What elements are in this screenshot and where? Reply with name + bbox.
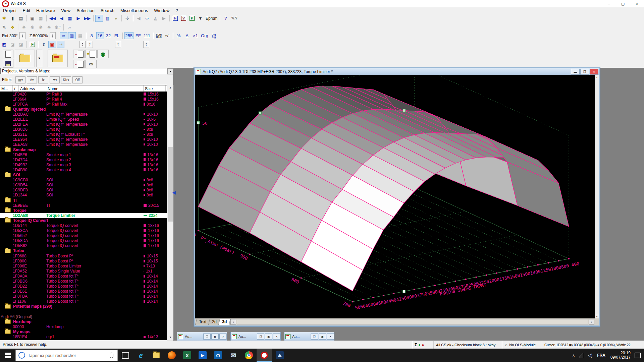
horizontal-scrollbar[interactable] (237, 319, 588, 325)
mini-maximize-button[interactable]: ▣ (319, 334, 326, 340)
mini-close-button[interactable]: ✕ (327, 334, 334, 340)
folder-row[interactable]: Torque (0, 208, 167, 213)
spinner[interactable]: ▲▼ (79, 41, 86, 48)
nav-next-button[interactable]: ▶ (74, 15, 82, 22)
map-row[interactable]: 1D30D6Limit IQ8x8 (0, 127, 167, 132)
map-row[interactable]: 1F0BD6Turbo Boost fct T°10x14 (0, 279, 167, 284)
search-upload-button[interactable]: ◭ (152, 15, 159, 22)
fit-window-button[interactable]: ▣ (48, 41, 56, 48)
folder-row[interactable]: Smoke map (0, 147, 167, 152)
org-org-mode-button[interactable]: OrgOrg (210, 32, 218, 39)
map-vertical-scrollbar[interactable]: ▲ ▼ (595, 75, 599, 319)
map-row[interactable]: 1F0800Turbo Boost P°10x15 (0, 258, 167, 263)
map-row[interactable]: 1D58DATorque IQ convert17x16 (0, 238, 167, 243)
save-project-button[interactable] (3, 59, 13, 68)
table-view-button[interactable]: ▦ (66, 15, 74, 22)
apply-absolute-button[interactable]: ❋ (29, 24, 36, 31)
split-window-button[interactable]: ▦ (37, 15, 45, 22)
menu-view[interactable]: View (58, 8, 73, 13)
menu-edit[interactable]: Edit (19, 8, 33, 13)
width-16bit-button[interactable]: 16 (96, 32, 104, 39)
splitter-arrow-icon[interactable]: ◀ (172, 190, 176, 195)
row-height-button[interactable]: ⇕ (40, 41, 48, 48)
map-row[interactable]: 1D5144Torque IQ convert18x16 (0, 223, 167, 228)
mini-maximize-button[interactable]: ▣ (211, 334, 219, 340)
child-minimize-button[interactable]: ▬ (571, 69, 580, 75)
filter-delta-button[interactable]: Δ▾ (27, 76, 37, 83)
open-project-button[interactable] (15, 50, 35, 67)
taskbar-photos[interactable]: ⛰ (272, 349, 287, 362)
tab-3d[interactable]: 3d (218, 319, 231, 325)
taskbar-edge[interactable]: e (133, 349, 149, 362)
signed-toggle-button[interactable]: +/- (163, 32, 171, 39)
menu-search[interactable]: Search (98, 8, 117, 13)
taskbar-task-view[interactable] (118, 349, 133, 362)
width-32bit-button[interactable]: 32 (105, 32, 112, 39)
taskbar-search-input[interactable]: Taper ici pour rechercher (15, 350, 118, 361)
original-mode-button[interactable]: Org (200, 32, 209, 39)
project-wizard-button[interactable]: ✱ (0, 15, 8, 22)
edit-pointer-button[interactable]: ✎ (0, 24, 8, 31)
search-binoculars-button[interactable]: ∞ (143, 15, 151, 22)
taskbar-chrome[interactable] (241, 349, 257, 362)
map-table-scrollbar[interactable]: ▲ ▼ (167, 85, 173, 340)
scroll-up-icon[interactable]: ▲ (167, 85, 173, 90)
print-button[interactable]: ▤ (17, 15, 25, 22)
column-header-m[interactable]: M... (0, 85, 13, 92)
delta-mode-button[interactable]: Δ (183, 32, 191, 39)
mini-restore-button[interactable]: ❐ (203, 334, 211, 340)
export-file-button[interactable]: ← (73, 60, 85, 68)
tray-chevron-up-icon[interactable]: ∧ (572, 353, 575, 358)
map-search-wizard-button[interactable]: ✱ (85, 50, 97, 58)
map-row[interactable]: 1C9CB0SOI8x8 (0, 178, 167, 183)
app-close-button[interactable]: ✕ (630, 0, 644, 7)
view-dropdown-button[interactable]: ▼ (197, 15, 204, 22)
folder-row[interactable]: Hexdump (0, 319, 167, 324)
apply-equal-button[interactable]: ❋ (20, 24, 28, 31)
taskbar-mail[interactable]: ✉ (226, 349, 241, 362)
map-row[interactable]: 1E9BEETI20x15 (0, 203, 167, 208)
help-button[interactable]: ? (222, 15, 229, 22)
map-row[interactable]: 1D5652Torque IQ convert17x16 (0, 233, 167, 238)
history-back-button[interactable]: ◀ (135, 15, 143, 22)
percent-mode-button[interactable]: % (175, 32, 182, 39)
view-2d-button[interactable]: ▱ (60, 32, 67, 39)
map-row[interactable]: 1D2FEALimit IQ f° Temperature10x10 (0, 122, 167, 127)
menu-project[interactable]: Project (0, 8, 19, 13)
action-center-icon[interactable] (635, 353, 641, 358)
map-row[interactable]: 1D2DACLimit IQ f° Temperature10x10 (0, 112, 167, 117)
child-close-button[interactable]: ✕ (590, 69, 598, 75)
apply-original-button[interactable]: ❋ (45, 24, 53, 31)
map-row[interactable]: 1D2EEELimite IQ f° Speed10x6 (0, 117, 167, 122)
folder-row[interactable]: Turbo (0, 248, 167, 253)
format-hex-button[interactable]: FF (134, 32, 142, 39)
map-delete-button[interactable]: ◪ (9, 41, 16, 48)
new-project-button[interactable] (3, 50, 13, 58)
nav-last-button[interactable]: ▶▶ (83, 15, 92, 22)
map-row[interactable]: 1F0A8ATurbo Boost fct T°10x14 (0, 274, 167, 279)
folder-row[interactable]: Potential maps (290) (0, 304, 167, 309)
child-maximize-button[interactable]: ❐ (580, 69, 589, 75)
map-row[interactable]: 00000Hexdump (0, 324, 167, 329)
nav-first-button[interactable]: ◀◀ (48, 15, 57, 22)
format-binary-button[interactable]: 111 (143, 32, 151, 39)
map-3d-view[interactable]: 5000480046004400425040003750350032503000… (195, 75, 595, 319)
volume-icon[interactable]: ◁) (588, 353, 592, 358)
menu-selection[interactable]: Selection (73, 8, 97, 13)
map-row[interactable]: 1F096ETurbo Boost Limiter7x13 (0, 263, 167, 268)
taskbar-firefox[interactable] (164, 349, 179, 362)
map-wizard-button[interactable]: ◩ (0, 41, 8, 48)
scroll-up-icon[interactable]: ▲ (595, 75, 599, 79)
search-similar-button[interactable]: ∞ (65, 24, 73, 31)
map-row[interactable]: 1F8FCAP° Rail Max8x16 (0, 102, 167, 107)
spinner[interactable]: ▲▼ (143, 41, 149, 48)
context-help-button[interactable]: ✎? (230, 15, 238, 22)
mini-close-button[interactable]: ✕ (219, 334, 227, 340)
map-delete-all-button[interactable]: ◪ (17, 41, 25, 48)
selection-blocks-button[interactable]: ❖ (9, 24, 16, 31)
column-header-size[interactable]: Size (144, 85, 166, 92)
tab-scroll-right-icon[interactable]: › (589, 319, 594, 325)
language-indicator[interactable]: FRA (597, 353, 605, 358)
mini-close-button[interactable]: ✕ (273, 334, 280, 340)
map-row[interactable]: 1F8420P° Rail 315x16 (0, 92, 167, 97)
